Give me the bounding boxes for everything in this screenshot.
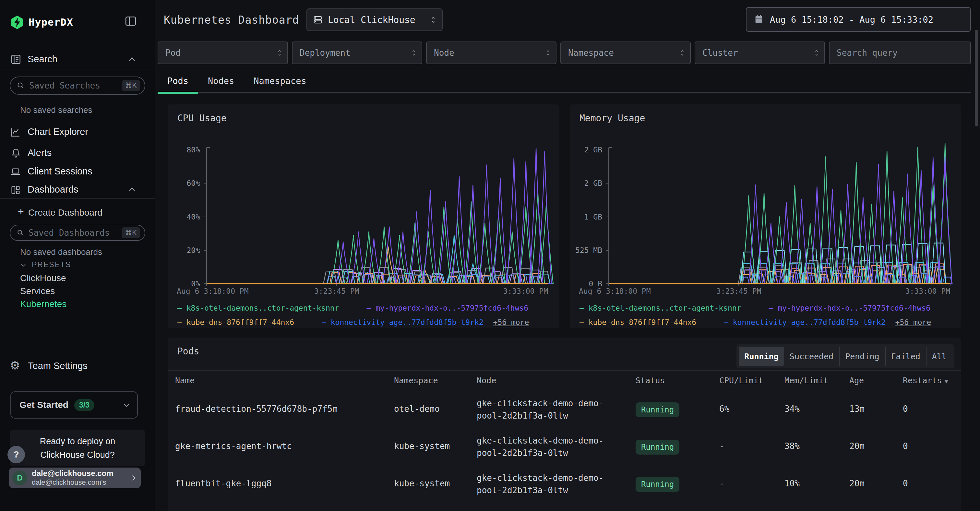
table-row[interactable]: fluentbit-gke-lggq8kube-systemgke-clicks… bbox=[168, 465, 961, 503]
dashboards-icon bbox=[10, 185, 21, 195]
status-filter-all[interactable]: All bbox=[926, 347, 952, 366]
get-started-label: Get Started bbox=[19, 400, 68, 410]
filter-select-cluster[interactable]: Cluster bbox=[695, 41, 825, 64]
filter-select-node[interactable]: Node bbox=[426, 41, 557, 64]
column-header-node[interactable]: Node bbox=[477, 376, 496, 385]
select-chevrons-icon bbox=[813, 48, 820, 57]
status-filter-failed[interactable]: Failed bbox=[885, 347, 926, 366]
scrollbar[interactable] bbox=[975, 30, 978, 126]
legend-more-link[interactable]: +56 more bbox=[896, 315, 931, 330]
legend-item[interactable]: — kube-dns-876ff9ff7-44nx6 bbox=[177, 315, 294, 330]
sidebar-preset-services[interactable]: Services bbox=[20, 285, 67, 298]
y-axis-tick-label: 525 MB bbox=[574, 246, 602, 255]
cell-namespace: otel-demo bbox=[394, 404, 440, 414]
get-started-button[interactable]: Get Started 3/3 bbox=[10, 392, 138, 419]
filter-select-deployment[interactable]: Deployment bbox=[292, 41, 422, 64]
cell-age: 20m bbox=[849, 479, 865, 488]
filter-placeholder: Node bbox=[434, 48, 545, 58]
saved-dashboards-input-wrap[interactable]: ⌘K bbox=[10, 225, 145, 241]
chevron-up-icon[interactable] bbox=[128, 187, 136, 192]
legend-more-link[interactable]: +56 more bbox=[493, 315, 529, 330]
legend-item[interactable]: — my-hyperdx-hdx-o..-57975fcd6-4hws6 bbox=[769, 301, 931, 315]
create-dashboard-button[interactable]: Create Dashboard bbox=[28, 207, 102, 218]
cell-cpu-limit: - bbox=[719, 479, 724, 488]
column-header-status[interactable]: Status bbox=[636, 376, 665, 385]
saved-dashboards-input[interactable] bbox=[28, 228, 122, 238]
sidebar-item-dashboards[interactable]: Dashboards bbox=[27, 184, 78, 195]
table-row[interactable]: gke-metrics-agent-hrwtckube-systemgke-cl… bbox=[168, 428, 961, 465]
sidebar-item-alerts[interactable]: Alerts bbox=[27, 148, 52, 158]
column-header-age[interactable]: Age bbox=[849, 376, 864, 385]
promo-line2: ClickHouse Cloud? bbox=[10, 448, 145, 462]
y-axis-tick-label: 1 GB bbox=[574, 213, 602, 221]
no-saved-searches-text: No saved searches bbox=[20, 105, 92, 115]
active-tab-underline bbox=[158, 92, 198, 94]
legend-item[interactable]: — konnectivity-age..77dfdd8f5b-t9rk2 bbox=[322, 315, 484, 330]
table-row[interactable]: gke-clickstack-demo-demo-pool-2d2b1f3a-0… bbox=[168, 503, 961, 511]
time-range-picker[interactable]: Aug 6 15:18:02 - Aug 6 15:33:02 bbox=[746, 7, 971, 32]
get-started-progress-badge: 3/3 bbox=[74, 399, 94, 411]
sidebar-item-search[interactable]: Search bbox=[27, 54, 57, 65]
cell-name: fraud-detection-55776d678b-p7f5m bbox=[175, 404, 337, 414]
saved-searches-input-wrap[interactable]: ⌘K bbox=[10, 76, 145, 95]
chevron-down-icon[interactable] bbox=[20, 263, 27, 267]
page-title: Kubernetes Dashboard bbox=[164, 14, 299, 26]
cell-node: gke-clickstack-demo-demo-pool-2d2b1f3a-0… bbox=[477, 472, 606, 497]
chart-legend: — k8s-otel-daemons..ctor-agent-ksnnr— my… bbox=[177, 301, 529, 330]
promo-line1: Ready to deploy on bbox=[10, 435, 145, 448]
tab-pods[interactable]: Pods bbox=[158, 69, 198, 92]
datasource-select[interactable]: Local ClickHouse bbox=[307, 8, 443, 31]
chevron-up-icon[interactable] bbox=[128, 56, 136, 62]
sidebar-item-team-settings[interactable]: Team Settings bbox=[28, 361, 88, 371]
user-menu[interactable]: D dale@clickhouse.com dale@clickhouse.co… bbox=[9, 468, 141, 488]
tab-namespaces[interactable]: Namespaces bbox=[244, 69, 316, 92]
column-header-mem-limit[interactable]: Mem/Limit bbox=[784, 376, 828, 385]
status-filter-running[interactable]: Running bbox=[739, 347, 784, 366]
avatar: D bbox=[12, 470, 27, 486]
sidebar-item-client-sessions[interactable]: Client Sessions bbox=[27, 166, 92, 177]
plus-icon: + bbox=[18, 205, 24, 218]
filter-select-pod[interactable]: Pod bbox=[158, 41, 288, 64]
cell-mem-limit: 38% bbox=[784, 441, 800, 451]
sidebar-item-chart-explorer[interactable]: Chart Explorer bbox=[27, 126, 88, 137]
legend-item[interactable]: — k8s-otel-daemons..ctor-agent-ksnnr bbox=[177, 301, 339, 315]
presets-section-label[interactable]: PRESETS bbox=[32, 260, 71, 269]
column-header-restarts[interactable]: Restarts▼ bbox=[903, 376, 948, 385]
tab-nodes[interactable]: Nodes bbox=[198, 69, 244, 92]
sidebar-preset-kubernetes[interactable]: Kubernetes bbox=[20, 298, 67, 310]
cell-namespace: kube-system bbox=[394, 441, 450, 451]
cell-restarts: 0 bbox=[903, 479, 908, 488]
filter-select-namespace[interactable]: Namespace bbox=[560, 41, 691, 64]
shortcut-badge: ⌘K bbox=[122, 80, 140, 91]
x-axis-tick-label: 3:33:00 PM bbox=[905, 287, 950, 295]
legend-item[interactable]: — my-hyperdx-hdx-o..-57975fcd6-4hws6 bbox=[367, 301, 528, 315]
saved-searches-input[interactable] bbox=[29, 80, 122, 91]
column-header-namespace[interactable]: Namespace bbox=[394, 376, 438, 385]
legend-item[interactable]: — k8s-otel-daemons..ctor-agent-ksnnr bbox=[579, 301, 741, 315]
select-chevrons-icon bbox=[545, 48, 551, 57]
x-axis-tick-label: Aug 6 3:18:00 PM bbox=[177, 287, 249, 295]
clickhouse-cloud-promo-card[interactable]: Ready to deploy on ClickHouse Cloud? bbox=[10, 430, 145, 466]
table-row[interactable]: fraud-detection-55776d678b-p7f5motel-dem… bbox=[168, 391, 961, 428]
shortcut-badge: ⌘K bbox=[122, 227, 140, 238]
status-filter-succeeded[interactable]: Succeeded bbox=[784, 347, 839, 366]
memory-chart[interactable] bbox=[609, 148, 950, 284]
help-button[interactable]: ? bbox=[8, 446, 25, 463]
gear-icon: ⚙ bbox=[10, 358, 20, 372]
column-header-cpu-limit[interactable]: CPU/Limit bbox=[719, 376, 763, 385]
app-title: HyperDX bbox=[29, 16, 73, 28]
sidebar-preset-clickhouse[interactable]: ClickHouse bbox=[20, 272, 67, 285]
collapse-sidebar-icon[interactable] bbox=[125, 16, 136, 26]
memory-usage-panel: Memory Usage 2 GB2 GB1 GB525 MB0 BAug 6 … bbox=[570, 104, 961, 328]
pods-panel: Pods RunningSucceededPendingFailedAll Na… bbox=[168, 337, 961, 511]
cpu-chart[interactable] bbox=[207, 148, 548, 284]
search-query-input[interactable] bbox=[829, 41, 971, 64]
status-filter-pending[interactable]: Pending bbox=[839, 347, 885, 366]
legend-row: — k8s-otel-daemons..ctor-agent-ksnnr— my… bbox=[579, 301, 931, 315]
legend-item[interactable]: — kube-dns-876ff9ff7-44nx6 bbox=[579, 315, 696, 330]
column-header-name[interactable]: Name bbox=[175, 376, 194, 385]
legend-item[interactable]: — konnectivity-age..77dfdd8f5b-t9rk2 bbox=[724, 315, 886, 330]
search-section-icon bbox=[10, 54, 21, 65]
select-chevrons-icon bbox=[276, 48, 283, 57]
select-chevrons-icon bbox=[430, 15, 437, 25]
